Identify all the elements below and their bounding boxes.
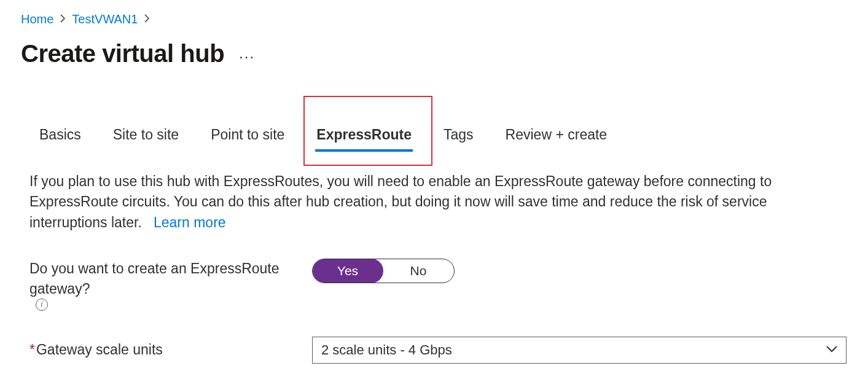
chevron-right-icon	[60, 14, 66, 25]
tab-point-to-site[interactable]: Point to site	[209, 123, 286, 152]
scale-units-value: 2 scale units - 4 Gbps	[321, 342, 452, 358]
tab-description-text: If you plan to use this hub with Express…	[29, 173, 772, 230]
toggle-option-no[interactable]: No	[383, 261, 454, 281]
learn-more-link[interactable]: Learn more	[154, 214, 226, 230]
tab-tags[interactable]: Tags	[442, 123, 475, 152]
required-asterisk: *	[29, 340, 35, 360]
tab-basics[interactable]: Basics	[38, 123, 82, 152]
page-title: Create virtual hub	[21, 40, 224, 68]
scale-units-label: *Gateway scale units	[29, 340, 312, 360]
scale-units-select-wrap: 2 scale units - 4 Gbps	[312, 337, 846, 364]
scale-units-select[interactable]: 2 scale units - 4 Gbps	[312, 337, 846, 364]
toggle-option-yes[interactable]: Yes	[312, 259, 383, 283]
breadcrumb: Home TestVWAN1	[21, 12, 847, 26]
scale-units-label-text: Gateway scale units	[36, 340, 163, 360]
create-gateway-label: Do you want to create an ExpressRoute ga…	[29, 259, 312, 312]
create-gateway-toggle[interactable]: Yes No	[312, 259, 455, 283]
tab-highlight-annotation	[303, 96, 432, 166]
more-icon[interactable]: ···	[239, 49, 255, 64]
tab-review-create[interactable]: Review + create	[504, 123, 609, 152]
breadcrumb-home[interactable]: Home	[21, 12, 53, 26]
tab-site-to-site[interactable]: Site to site	[112, 123, 180, 152]
chevron-right-icon	[144, 14, 150, 25]
form-row-scale-units: *Gateway scale units 2 scale units - 4 G…	[21, 337, 847, 364]
create-gateway-label-text: Do you want to create an ExpressRoute ga…	[29, 259, 312, 300]
form-row-create-gateway: Do you want to create an ExpressRoute ga…	[21, 259, 847, 312]
tab-list: Basics Site to site Point to site Expres…	[29, 123, 847, 152]
page-title-row: Create virtual hub ···	[21, 40, 847, 68]
breadcrumb-vwan[interactable]: TestVWAN1	[72, 12, 138, 26]
info-icon[interactable]: i	[36, 299, 48, 311]
tab-description: If you plan to use this hub with Express…	[21, 171, 789, 233]
